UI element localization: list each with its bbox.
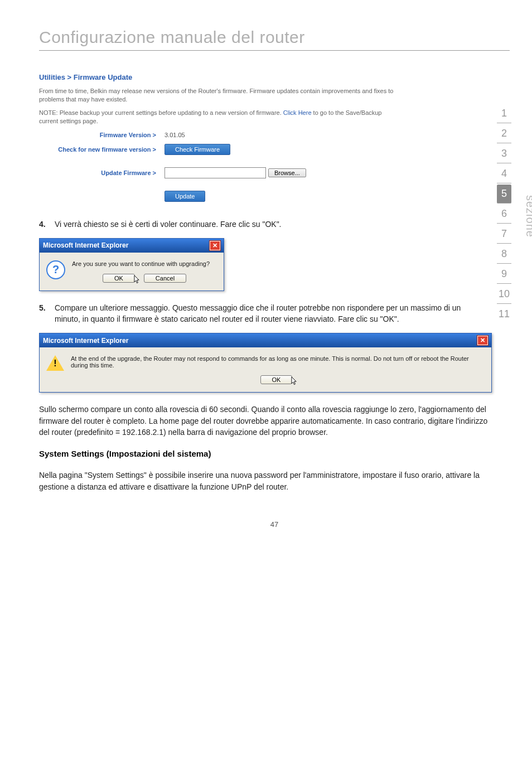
system-settings-heading: System Settings (Impostazioni del sistem… — [39, 449, 510, 458]
browse-button[interactable]: Browse... — [268, 168, 306, 177]
click-here-link[interactable]: Click Here — [283, 109, 312, 116]
close-icon[interactable]: ✕ — [210, 241, 220, 250]
section-num-11: 11 — [497, 305, 511, 323]
dialog1-ok-button[interactable]: OK — [103, 274, 135, 283]
utilities-intro: From time to time, Belkin may release ne… — [39, 87, 402, 104]
dialog2-message: At the end of the upgrade, the Router ma… — [71, 355, 485, 369]
section-num-5: 5 — [497, 185, 511, 204]
step-5: 5. Compare un ulteriore messaggio. Quest… — [39, 302, 480, 325]
note-pre: NOTE: Please backup your current setting… — [39, 109, 283, 116]
close-icon[interactable]: ✕ — [477, 336, 488, 345]
step-4: 4. Vi verrà chiesto se si è certi di vol… — [39, 219, 480, 230]
cursor-icon — [291, 376, 297, 385]
dialog2-title: Microsoft Internet Explorer — [43, 337, 128, 345]
dialog1-message: Are you sure you want to continue with u… — [72, 260, 217, 267]
step-4-text: Vi verrà chiesto se si è certi di voler … — [55, 219, 282, 230]
page-number: 47 — [39, 520, 510, 529]
section-num-9: 9 — [497, 265, 511, 284]
question-icon: ? — [46, 260, 65, 279]
title-divider — [39, 50, 510, 51]
warning-icon — [46, 355, 64, 371]
confirm-dialog-2: Microsoft Internet Explorer ✕ At the end… — [39, 333, 492, 393]
section-num-1: 1 — [497, 104, 511, 123]
firmware-file-input[interactable] — [165, 167, 266, 178]
firmware-version-value: 3.01.05 — [165, 132, 185, 138]
section-vertical-label: sezione — [524, 195, 532, 238]
cursor-icon — [134, 275, 140, 284]
update-firmware-label: Update Firmware > — [39, 170, 165, 176]
utilities-note: NOTE: Please backup your current setting… — [39, 109, 402, 126]
para-countdown: Sullo schermo compare un conto alla rove… — [39, 404, 496, 438]
check-firmware-label: Check for new firmware version > — [39, 146, 165, 153]
update-button[interactable]: Update — [165, 191, 205, 202]
section-num-10: 10 — [497, 285, 511, 304]
dialog1-cancel-button[interactable]: Cancel — [144, 274, 186, 283]
section-num-6: 6 — [497, 205, 511, 224]
dialog1-title: Microsoft Internet Explorer — [43, 241, 128, 249]
para-system-settings: Nella pagina "System Settings" è possibi… — [39, 469, 496, 492]
section-num-3: 3 — [497, 144, 511, 163]
step-5-text: Compare un ulteriore messaggio. Questo m… — [55, 302, 480, 325]
section-strip: 1 2 3 4 5 6 7 8 9 10 11 — [487, 103, 521, 325]
utilities-breadcrumb: Utilities > Firmware Update — [39, 73, 402, 81]
check-firmware-button[interactable]: Check Firmware — [165, 144, 230, 155]
confirm-dialog-1: Microsoft Internet Explorer ✕ ? Are you … — [39, 238, 224, 291]
section-num-4: 4 — [497, 164, 511, 183]
firmware-version-label: Firmware Version > — [39, 132, 165, 138]
dialog2-ok-button[interactable]: OK — [260, 375, 293, 384]
utilities-panel: Utilities > Firmware Update From time to… — [39, 73, 402, 202]
section-num-7: 7 — [497, 225, 511, 244]
section-num-2: 2 — [497, 124, 511, 143]
step-4-num: 4. — [39, 219, 55, 230]
step-5-num: 5. — [39, 302, 55, 325]
section-num-8: 8 — [497, 245, 511, 264]
page-title: Configurazione manuale del router — [39, 28, 510, 47]
